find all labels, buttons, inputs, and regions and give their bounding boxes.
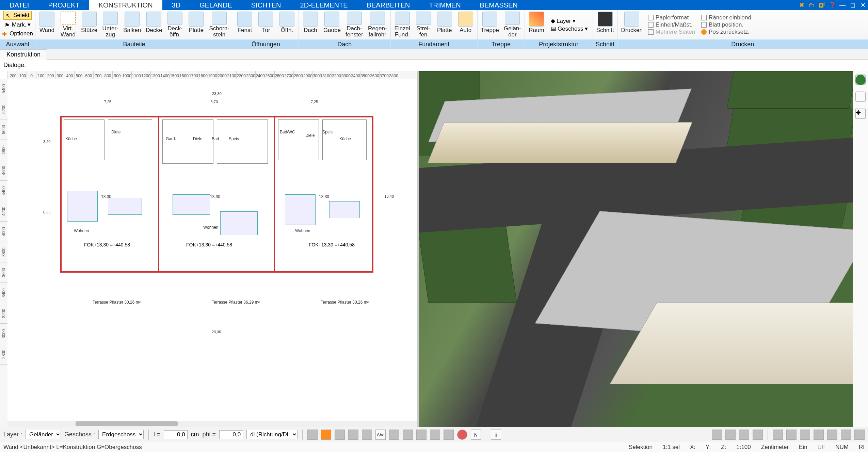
align-btn-4[interactable] <box>814 430 824 440</box>
secondary-tab-konstruktion[interactable]: Konstruktion <box>0 49 47 60</box>
phi-input[interactable] <box>219 430 243 439</box>
tool-streifen[interactable]: Strei- fen <box>413 11 434 39</box>
minimize-icon[interactable]: — <box>837 0 848 10</box>
layer-select[interactable]: Geländer <box>26 430 61 439</box>
align-btn-6[interactable] <box>841 430 851 440</box>
tool-auto[interactable]: Auto <box>455 11 476 39</box>
room-icon <box>529 12 544 27</box>
tool-platte[interactable]: Platte <box>186 11 206 39</box>
optionen-button[interactable]: ✚Optionen <box>0 30 35 38</box>
status-ri: RI <box>859 444 865 451</box>
marker-n-btn[interactable]: N <box>471 430 481 440</box>
view-btn-1[interactable] <box>712 430 722 440</box>
tool-gelaender[interactable]: Gelän- der <box>502 11 523 39</box>
maximize-icon[interactable]: ◻ <box>848 0 858 10</box>
tool-oeffnung[interactable]: Öffn. <box>277 11 297 39</box>
geschoss-select[interactable]: Erdgeschoss <box>98 430 144 439</box>
view-btn-2[interactable] <box>725 430 736 440</box>
link-papierformat[interactable]: Papierformat <box>648 14 695 21</box>
menu-tab-datei[interactable]: DATEI <box>0 0 38 10</box>
menu-tab-2d[interactable]: 2D-ELEMENTE <box>291 0 357 10</box>
paper-icon <box>648 15 654 20</box>
selekt-button[interactable]: ↖Selekt <box>3 11 32 20</box>
align-btn-7[interactable] <box>854 430 865 440</box>
align-btn-3[interactable] <box>800 430 810 440</box>
tool-fenster[interactable]: Fenst <box>235 11 255 39</box>
tool-tuer[interactable]: Tür <box>256 11 276 39</box>
tool-dachfenster[interactable]: Dach- fenster <box>343 11 365 39</box>
view-btn-3[interactable] <box>739 430 749 440</box>
tool-virtwand[interactable]: Virt. Wand <box>58 11 78 39</box>
help-icon[interactable]: ❓ <box>827 0 837 10</box>
align-btn-1[interactable] <box>773 430 783 440</box>
level-3: 13,30 <box>319 194 329 199</box>
text-abc-btn[interactable]: Abc <box>375 430 386 440</box>
tool-treppe[interactable]: Treppe <box>479 11 501 39</box>
tool-dach[interactable]: Dach <box>300 11 321 39</box>
menu-tab-3d[interactable]: 3D <box>162 0 190 10</box>
snap-btn-9[interactable] <box>430 430 440 440</box>
horizontal-scrollbar[interactable] <box>7 421 417 427</box>
2d-viewport[interactable]: -200-10001002003004005006007008009001000… <box>0 71 419 427</box>
2d-canvas[interactable]: 23,30 7,25 8,70 7,25 10,40 3,20 6,35 Küc… <box>7 79 417 420</box>
level-1: 13,30 <box>101 194 111 199</box>
tool-drucken[interactable]: Drucken <box>619 11 645 39</box>
tool-unterzug[interactable]: Unter- zug <box>100 11 120 39</box>
menu-tab-bearbeiten[interactable]: BEARBEITEN <box>357 0 420 10</box>
snap-btn-7[interactable] <box>403 430 413 440</box>
close-icon[interactable]: ✕ <box>858 0 868 10</box>
menu-tab-gelaende[interactable]: GELÄNDE <box>190 0 242 10</box>
menu-tab-projekt[interactable]: PROJEKT <box>38 0 89 10</box>
tool-icon-2[interactable]: 🗀 <box>807 0 817 10</box>
snap-btn-4[interactable] <box>348 430 358 440</box>
link-raender[interactable]: Ränder einblend. <box>701 14 753 21</box>
snap-btn-2[interactable] <box>321 430 331 440</box>
tool-balken[interactable]: Balken <box>121 11 143 39</box>
tool-stuetze[interactable]: Stütze <box>79 11 99 39</box>
tool-fund-platte[interactable]: Platte <box>434 11 455 39</box>
tool-deckoeffn[interactable]: Deck- öffn. <box>165 11 185 39</box>
length-input[interactable] <box>164 430 188 439</box>
group-label-bauteile: Bauteile <box>35 39 233 49</box>
info-btn[interactable]: i <box>491 430 501 440</box>
tool-wand[interactable]: Wand <box>37 11 57 39</box>
status-z: Z: <box>721 444 726 451</box>
tool-schnitt[interactable]: Schnitt <box>594 11 616 39</box>
link-blatt-pos[interactable]: Blatt position. <box>701 21 753 28</box>
snap-btn-8[interactable] <box>416 430 427 440</box>
tool-icon-1[interactable]: ✖ <box>797 0 807 10</box>
align-btn-5[interactable] <box>827 430 837 440</box>
tool-einzelfund[interactable]: Einzel Fund. <box>392 11 413 39</box>
navigation-panel-icon[interactable]: ✥ <box>855 109 866 119</box>
view-btn-4[interactable] <box>753 430 763 440</box>
link-pos-reset[interactable]: Pos zurücksetz. <box>701 29 753 35</box>
tool-raum[interactable]: Raum <box>526 11 547 39</box>
menu-tab-trimmen[interactable]: TRIMMEN <box>419 0 470 10</box>
strip-foundation-icon <box>416 12 431 25</box>
menu-tab-bemassen[interactable]: BEMASSEN <box>470 0 527 10</box>
tool-decke[interactable]: Decke <box>144 11 164 39</box>
layer-dropdown[interactable]: ◆ Layer ▾ <box>551 17 588 25</box>
geschoss-dropdown[interactable]: ▤ Geschoss ▾ <box>551 25 588 32</box>
vegetation-panel-icon[interactable] <box>855 75 866 85</box>
tool-regenfallrohr[interactable]: Regen- fallrohr <box>366 11 389 39</box>
snap-btn-3[interactable] <box>335 430 345 440</box>
3d-viewport[interactable] <box>419 71 853 427</box>
menu-tab-sichten[interactable]: SICHTEN <box>242 0 291 10</box>
snap-btn-1[interactable] <box>307 430 318 440</box>
record-btn[interactable] <box>457 430 467 440</box>
mark-button[interactable]: ⚑Mark. ▾ <box>2 20 33 29</box>
snap-btn-10[interactable] <box>444 430 454 440</box>
mode-select[interactable]: dl (Richtung/Di <box>246 430 298 439</box>
tool-gaube[interactable]: Gaube <box>321 11 343 39</box>
furniture-panel-icon[interactable] <box>855 92 866 102</box>
snap-btn-6[interactable] <box>389 430 399 440</box>
tool-icon-3[interactable]: 🗐 <box>817 0 827 10</box>
align-btn-2[interactable] <box>786 430 797 440</box>
status-unit: Zentimeter <box>761 444 789 451</box>
tool-schornstein[interactable]: Schorn- stein <box>207 11 231 39</box>
snap-btn-5[interactable] <box>362 430 372 440</box>
menu-tab-konstruktion[interactable]: KONSTRUKTION <box>89 0 162 10</box>
link-einheit[interactable]: Einheit/Maßst. <box>648 21 695 28</box>
group-label-treppe: Treppe <box>478 39 525 49</box>
